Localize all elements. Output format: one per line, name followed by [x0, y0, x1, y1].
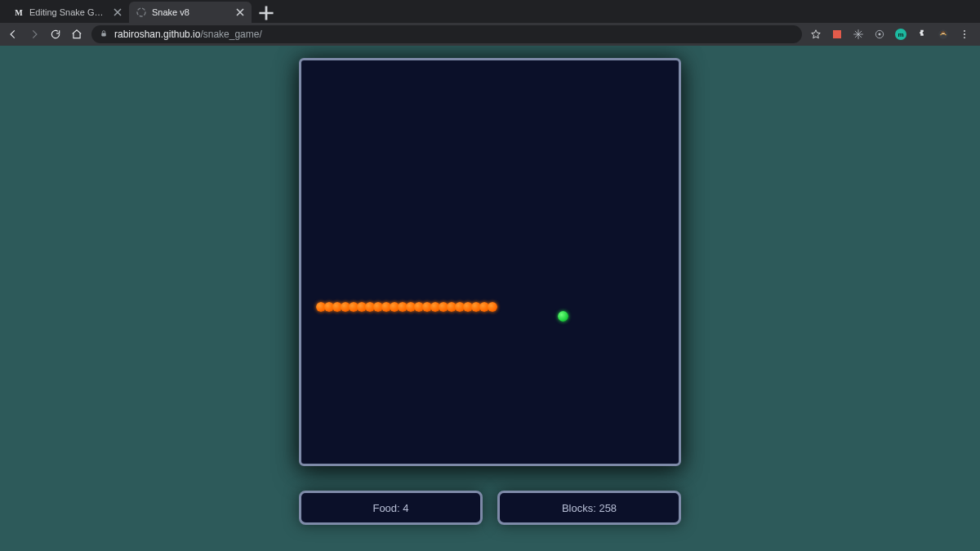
star-icon[interactable]: [810, 29, 822, 40]
svg-point-4: [879, 33, 881, 36]
svg-rect-2: [833, 30, 841, 38]
back-button[interactable]: [7, 28, 20, 41]
svg-point-0: [137, 8, 145, 16]
game-board[interactable]: [299, 58, 681, 466]
reload-button[interactable]: [49, 28, 62, 41]
svg-point-8: [964, 30, 965, 32]
food-dot: [558, 311, 568, 322]
toolbar-right: m: [810, 29, 973, 40]
svg-point-9: [964, 33, 965, 35]
new-tab-button[interactable]: [256, 3, 276, 23]
extension-red-icon[interactable]: [831, 29, 843, 40]
extension-snowflake-icon[interactable]: [853, 29, 864, 40]
tab-title: Snake v8: [152, 7, 230, 17]
home-button[interactable]: [70, 28, 83, 41]
stat-blocks: Blocks: 258: [497, 491, 681, 525]
close-icon[interactable]: [235, 7, 245, 17]
svg-rect-1: [102, 33, 106, 37]
page-viewport: Food: 4 Blocks: 258: [0, 46, 980, 551]
extension-target-icon[interactable]: [874, 29, 885, 40]
tab-title: Editing Snake Game – Medium: [29, 7, 108, 17]
address-bar[interactable]: rabiroshan.github.io/snake_game/: [91, 25, 802, 43]
tab-medium-editor[interactable]: M Editing Snake Game – Medium: [7, 2, 129, 23]
extension-m-badge[interactable]: m: [895, 29, 906, 40]
svg-point-10: [964, 37, 965, 38]
svg-rect-7: [941, 32, 946, 33]
browser-toolbar: rabiroshan.github.io/snake_game/ m: [0, 23, 980, 46]
extensions-puzzle-icon[interactable]: [916, 29, 928, 40]
tab-snake-v8[interactable]: Snake v8: [129, 2, 252, 23]
snake-segment: [488, 302, 497, 312]
medium-favicon: M: [13, 7, 24, 18]
profile-avatar-icon[interactable]: [938, 29, 949, 40]
tab-strip: M Editing Snake Game – Medium Snake v8: [0, 0, 980, 23]
page-favicon: [136, 7, 147, 18]
lock-icon: [100, 29, 108, 40]
stat-food: Food: 4: [299, 491, 483, 525]
url-text: rabiroshan.github.io/snake_game/: [114, 29, 262, 40]
forward-button[interactable]: [28, 28, 41, 41]
kebab-menu-icon[interactable]: [959, 29, 970, 40]
close-icon[interactable]: [113, 7, 122, 17]
